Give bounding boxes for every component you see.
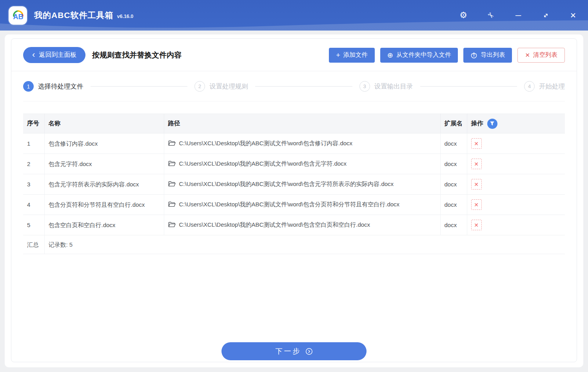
file-path-cell: C:\Users\XCL\Desktop\我的ABC测试文件\word\包含空白…	[164, 215, 440, 235]
page-title: 按规则查找并替换文件内容	[92, 50, 181, 60]
minimize-icon[interactable]: ─	[513, 10, 524, 21]
file-ext-cell: docx	[440, 215, 467, 235]
step-2-label: 设置处理规则	[209, 82, 248, 91]
step-set-output-dir: 3 设置输出目录	[359, 81, 413, 92]
folder-icon	[168, 200, 176, 211]
close-icon[interactable]: ✕	[568, 10, 579, 21]
col-header-action-label: 操作	[471, 119, 483, 128]
summary-record-count: 记录数: 5	[44, 235, 565, 254]
screenshot-scissors-icon[interactable]: ✂	[485, 10, 496, 21]
row-action-cell: ✕	[467, 195, 565, 215]
step-select-files: 1 选择待处理文件	[23, 81, 83, 92]
app-title: 我的ABC软件工具箱	[34, 10, 114, 21]
file-path-cell: C:\Users\XCL\Desktop\我的ABC测试文件\word\包含修订…	[164, 134, 440, 154]
file-path-cell: C:\Users\XCL\Desktop\我的ABC测试文件\word\包含元字…	[164, 174, 440, 195]
file-name-cell: 包含分页符和分节符且有空白行.docx	[44, 195, 164, 215]
delete-row-button[interactable]: ✕	[471, 138, 482, 149]
col-header-action: 操作	[467, 114, 565, 134]
steps-divider	[23, 101, 565, 101]
col-header-index: 序号	[23, 114, 44, 134]
step-4-label: 开始处理	[539, 82, 565, 91]
back-to-dashboard-button[interactable]: ‹ 返回到主面板	[23, 47, 85, 63]
import-from-folder-label: 从文件夹中导入文件	[396, 51, 451, 59]
step-connector	[420, 86, 517, 87]
delete-row-button[interactable]: ✕	[471, 159, 482, 169]
delete-row-button[interactable]: ✕	[471, 220, 482, 230]
plus-icon: +	[336, 52, 340, 59]
row-index: 5	[23, 215, 44, 235]
table-row: 3 包含元字符所表示的实际内容.docx C:\Users\XCL\Deskto…	[23, 174, 565, 195]
clear-x-icon: ✕	[525, 52, 530, 58]
file-table-body: 1 包含修订内容.docx C:\Users\XCL\Desktop\我的ABC…	[23, 134, 565, 235]
step-indicator: 1 选择待处理文件 2 设置处理规则 3 设置输出目录 4 开始处理	[11, 71, 577, 101]
main-panel: ‹ 返回到主面板 按规则查找并替换文件内容 + 添加文件 ⊕ 从文件夹中导入文件	[5, 34, 583, 367]
file-path-cell: C:\Users\XCL\Desktop\我的ABC测试文件\word\包含元字…	[164, 154, 440, 174]
table-row: 5 包含空白页和空白行.docx C:\Users\XCL\Desktop\我的…	[23, 215, 565, 235]
settings-gear-icon[interactable]: ⚙	[458, 10, 469, 21]
row-action-cell: ✕	[467, 154, 565, 174]
export-list-button[interactable]: 导出列表	[463, 48, 512, 63]
step-set-rules: 2 设置处理规则	[194, 81, 248, 92]
file-ext-cell: docx	[440, 134, 467, 154]
row-index: 3	[23, 174, 44, 195]
row-action-cell: ✕	[467, 215, 565, 235]
folder-icon	[168, 159, 176, 170]
summary-row: 汇总 记录数: 5	[23, 235, 565, 254]
svg-text:AB: AB	[13, 13, 23, 21]
import-from-folder-button[interactable]: ⊕ 从文件夹中导入文件	[380, 48, 458, 63]
delete-x-icon: ✕	[474, 161, 479, 167]
folder-icon	[168, 220, 176, 231]
delete-row-button[interactable]: ✕	[471, 199, 482, 210]
file-name-cell: 包含空白页和空白行.docx	[44, 215, 164, 235]
file-table: 序号 名称 路径 扩展名 操作	[23, 114, 565, 254]
step-start-processing: 4 开始处理	[524, 81, 565, 92]
header-left-group: ‹ 返回到主面板 按规则查找并替换文件内容	[23, 47, 181, 63]
add-file-label: 添加文件	[343, 51, 368, 59]
export-list-label: 导出列表	[481, 51, 505, 59]
funnel-glyph	[490, 121, 495, 126]
file-ext-cell: docx	[440, 174, 467, 195]
app-logo-icon: AB	[11, 8, 25, 23]
table-row: 2 包含元字符.docx C:\Users\XCL\Desktop\我的ABC测…	[23, 154, 565, 174]
step-1-label: 选择待处理文件	[38, 82, 83, 91]
delete-x-icon: ✕	[474, 202, 479, 208]
filter-icon[interactable]	[487, 119, 497, 129]
next-step-label: 下一步	[276, 347, 301, 356]
step-2-circle: 2	[194, 81, 205, 92]
circle-plus-icon: ⊕	[387, 52, 393, 59]
file-ext-cell: docx	[440, 154, 467, 174]
titlebar: AB 我的ABC软件工具箱 v6.16.0 ⚙ ✂ ─ ✕	[0, 0, 588, 31]
maximize-arrow-glyph	[542, 12, 550, 19]
file-ext-cell: docx	[440, 195, 467, 215]
row-action-cell: ✕	[467, 134, 565, 154]
app-title-group: 我的ABC软件工具箱 v6.16.0	[34, 10, 133, 21]
file-name-cell: 包含元字符所表示的实际内容.docx	[44, 174, 164, 195]
add-file-button[interactable]: + 添加文件	[329, 48, 375, 63]
table-header-row: 序号 名称 路径 扩展名 操作	[23, 114, 565, 134]
card-header: ‹ 返回到主面板 按规则查找并替换文件内容 + 添加文件 ⊕ 从文件夹中导入文件	[11, 39, 577, 71]
clear-list-label: 清空列表	[533, 51, 557, 59]
folder-icon	[168, 139, 176, 150]
clear-list-button[interactable]: ✕ 清空列表	[517, 48, 565, 63]
next-step-button[interactable]: 下一步	[221, 342, 367, 360]
table-row: 1 包含修订内容.docx C:\Users\XCL\Desktop\我的ABC…	[23, 134, 565, 154]
app-logo: AB	[9, 6, 27, 25]
delete-x-icon: ✕	[474, 222, 479, 228]
next-circle-arrow-icon	[305, 348, 313, 355]
step-1-circle: 1	[23, 81, 34, 92]
file-path-cell: C:\Users\XCL\Desktop\我的ABC测试文件\word\包含分页…	[164, 195, 440, 215]
row-index: 4	[23, 195, 44, 215]
col-header-path: 路径	[164, 114, 440, 134]
table-row: 4 包含分页符和分节符且有空白行.docx C:\Users\XCL\Deskt…	[23, 195, 565, 215]
row-action-cell: ✕	[467, 174, 565, 195]
row-index: 2	[23, 154, 44, 174]
export-upload-icon	[470, 52, 477, 59]
maximize-icon[interactable]	[540, 10, 551, 21]
step-4-circle: 4	[524, 81, 535, 92]
delete-x-icon: ✕	[474, 181, 479, 188]
delete-row-button[interactable]: ✕	[471, 179, 482, 190]
back-button-label: 返回到主面板	[39, 51, 76, 59]
col-header-ext: 扩展名	[440, 114, 467, 134]
folder-icon	[168, 180, 176, 190]
step-connector	[91, 86, 188, 87]
